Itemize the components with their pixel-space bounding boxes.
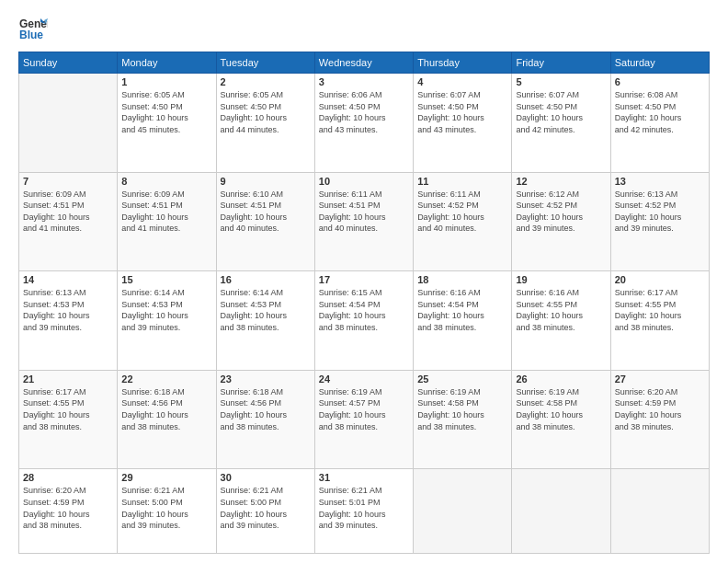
calendar-cell: 30Sunrise: 6:21 AM Sunset: 5:00 PM Dayli… xyxy=(216,469,314,554)
day-info: Sunrise: 6:16 AM Sunset: 4:54 PM Dayligh… xyxy=(417,287,507,333)
day-number: 31 xyxy=(319,472,409,483)
calendar-week-row: 14Sunrise: 6:13 AM Sunset: 4:53 PM Dayli… xyxy=(19,271,710,371)
calendar-cell: 5Sunrise: 6:07 AM Sunset: 4:50 PM Daylig… xyxy=(512,74,610,173)
calendar-cell: 6Sunrise: 6:08 AM Sunset: 4:50 PM Daylig… xyxy=(610,74,709,173)
calendar-cell xyxy=(610,469,709,554)
day-number: 17 xyxy=(319,274,409,285)
day-info: Sunrise: 6:19 AM Sunset: 4:57 PM Dayligh… xyxy=(319,386,409,432)
day-number: 2 xyxy=(221,76,311,87)
day-info: Sunrise: 6:21 AM Sunset: 5:00 PM Dayligh… xyxy=(121,485,211,531)
calendar-cell: 21Sunrise: 6:17 AM Sunset: 4:55 PM Dayli… xyxy=(19,370,118,469)
calendar-cell: 10Sunrise: 6:11 AM Sunset: 4:51 PM Dayli… xyxy=(314,172,413,271)
day-info: Sunrise: 6:09 AM Sunset: 4:51 PM Dayligh… xyxy=(23,189,113,235)
day-number: 27 xyxy=(615,373,705,385)
day-info: Sunrise: 6:17 AM Sunset: 4:55 PM Dayligh… xyxy=(615,287,705,333)
logo: General Blue xyxy=(18,15,51,44)
day-info: Sunrise: 6:16 AM Sunset: 4:55 PM Dayligh… xyxy=(516,287,606,333)
day-number: 14 xyxy=(23,274,113,285)
weekday-header: Saturday xyxy=(610,52,709,74)
header: General Blue xyxy=(18,15,710,44)
calendar-cell: 12Sunrise: 6:12 AM Sunset: 4:52 PM Dayli… xyxy=(512,172,610,271)
logo-icon: General Blue xyxy=(18,15,48,44)
calendar-cell: 17Sunrise: 6:15 AM Sunset: 4:54 PM Dayli… xyxy=(314,271,413,371)
day-info: Sunrise: 6:19 AM Sunset: 4:58 PM Dayligh… xyxy=(417,386,507,432)
day-info: Sunrise: 6:21 AM Sunset: 5:00 PM Dayligh… xyxy=(221,485,311,531)
weekday-header: Friday xyxy=(512,52,610,74)
day-info: Sunrise: 6:17 AM Sunset: 4:55 PM Dayligh… xyxy=(23,386,113,432)
weekday-header: Sunday xyxy=(19,52,118,74)
day-info: Sunrise: 6:19 AM Sunset: 4:58 PM Dayligh… xyxy=(516,386,606,432)
day-info: Sunrise: 6:13 AM Sunset: 4:53 PM Dayligh… xyxy=(23,287,113,333)
day-info: Sunrise: 6:20 AM Sunset: 4:59 PM Dayligh… xyxy=(615,386,705,432)
day-number: 26 xyxy=(516,373,606,385)
day-number: 11 xyxy=(417,176,507,187)
day-info: Sunrise: 6:18 AM Sunset: 4:56 PM Dayligh… xyxy=(121,386,211,432)
day-number: 19 xyxy=(516,274,606,285)
day-info: Sunrise: 6:13 AM Sunset: 4:52 PM Dayligh… xyxy=(615,189,705,235)
calendar-header-row: SundayMondayTuesdayWednesdayThursdayFrid… xyxy=(19,52,710,74)
day-info: Sunrise: 6:20 AM Sunset: 4:59 PM Dayligh… xyxy=(23,485,113,531)
calendar-cell: 4Sunrise: 6:07 AM Sunset: 4:50 PM Daylig… xyxy=(414,74,512,173)
weekday-header: Thursday xyxy=(414,52,512,74)
day-info: Sunrise: 6:14 AM Sunset: 4:53 PM Dayligh… xyxy=(221,287,311,333)
day-number: 3 xyxy=(319,76,409,87)
day-info: Sunrise: 6:05 AM Sunset: 4:50 PM Dayligh… xyxy=(121,89,211,135)
day-number: 12 xyxy=(516,176,606,187)
calendar-cell: 15Sunrise: 6:14 AM Sunset: 4:53 PM Dayli… xyxy=(118,271,216,371)
svg-text:Blue: Blue xyxy=(19,29,43,41)
calendar-cell: 25Sunrise: 6:19 AM Sunset: 4:58 PM Dayli… xyxy=(414,370,512,469)
calendar-cell: 23Sunrise: 6:18 AM Sunset: 4:56 PM Dayli… xyxy=(216,370,314,469)
day-info: Sunrise: 6:10 AM Sunset: 4:51 PM Dayligh… xyxy=(221,189,311,235)
calendar-cell: 27Sunrise: 6:20 AM Sunset: 4:59 PM Dayli… xyxy=(610,370,709,469)
day-info: Sunrise: 6:11 AM Sunset: 4:52 PM Dayligh… xyxy=(417,189,507,235)
calendar-cell: 14Sunrise: 6:13 AM Sunset: 4:53 PM Dayli… xyxy=(19,271,118,371)
calendar-cell: 29Sunrise: 6:21 AM Sunset: 5:00 PM Dayli… xyxy=(118,469,216,554)
calendar-cell xyxy=(19,74,118,173)
weekday-header: Wednesday xyxy=(314,52,413,74)
day-number: 23 xyxy=(221,373,311,385)
day-number: 7 xyxy=(23,176,113,187)
calendar-cell: 3Sunrise: 6:06 AM Sunset: 4:50 PM Daylig… xyxy=(314,74,413,173)
day-number: 13 xyxy=(615,176,705,187)
day-info: Sunrise: 6:06 AM Sunset: 4:50 PM Dayligh… xyxy=(319,89,409,135)
day-info: Sunrise: 6:14 AM Sunset: 4:53 PM Dayligh… xyxy=(121,287,211,333)
day-number: 20 xyxy=(615,274,705,285)
calendar-cell xyxy=(512,469,610,554)
day-number: 5 xyxy=(516,76,606,87)
calendar-week-row: 1Sunrise: 6:05 AM Sunset: 4:50 PM Daylig… xyxy=(19,74,710,173)
calendar-cell: 7Sunrise: 6:09 AM Sunset: 4:51 PM Daylig… xyxy=(19,172,118,271)
calendar-week-row: 7Sunrise: 6:09 AM Sunset: 4:51 PM Daylig… xyxy=(19,172,710,271)
calendar-cell: 20Sunrise: 6:17 AM Sunset: 4:55 PM Dayli… xyxy=(610,271,709,371)
page: General Blue SundayMondayTuesdayWednesda… xyxy=(0,0,728,563)
day-info: Sunrise: 6:18 AM Sunset: 4:56 PM Dayligh… xyxy=(221,386,311,432)
day-info: Sunrise: 6:11 AM Sunset: 4:51 PM Dayligh… xyxy=(319,189,409,235)
calendar-cell xyxy=(414,469,512,554)
day-number: 1 xyxy=(121,76,211,87)
calendar-cell: 16Sunrise: 6:14 AM Sunset: 4:53 PM Dayli… xyxy=(216,271,314,371)
day-number: 18 xyxy=(417,274,507,285)
calendar-cell: 22Sunrise: 6:18 AM Sunset: 4:56 PM Dayli… xyxy=(118,370,216,469)
weekday-header: Tuesday xyxy=(216,52,314,74)
day-number: 16 xyxy=(221,274,311,285)
day-number: 30 xyxy=(221,472,311,483)
day-number: 24 xyxy=(319,373,409,385)
calendar-cell: 26Sunrise: 6:19 AM Sunset: 4:58 PM Dayli… xyxy=(512,370,610,469)
day-number: 8 xyxy=(121,176,211,187)
day-number: 4 xyxy=(417,76,507,87)
day-info: Sunrise: 6:09 AM Sunset: 4:51 PM Dayligh… xyxy=(121,189,211,235)
day-info: Sunrise: 6:12 AM Sunset: 4:52 PM Dayligh… xyxy=(516,189,606,235)
day-number: 9 xyxy=(221,176,311,187)
calendar-cell: 19Sunrise: 6:16 AM Sunset: 4:55 PM Dayli… xyxy=(512,271,610,371)
calendar-cell: 8Sunrise: 6:09 AM Sunset: 4:51 PM Daylig… xyxy=(118,172,216,271)
calendar-cell: 31Sunrise: 6:21 AM Sunset: 5:01 PM Dayli… xyxy=(314,469,413,554)
weekday-header: Monday xyxy=(118,52,216,74)
day-number: 21 xyxy=(23,373,113,385)
day-number: 25 xyxy=(417,373,507,385)
day-info: Sunrise: 6:21 AM Sunset: 5:01 PM Dayligh… xyxy=(319,485,409,531)
day-number: 29 xyxy=(121,472,211,483)
day-info: Sunrise: 6:07 AM Sunset: 4:50 PM Dayligh… xyxy=(516,89,606,135)
calendar-cell: 11Sunrise: 6:11 AM Sunset: 4:52 PM Dayli… xyxy=(414,172,512,271)
day-number: 6 xyxy=(615,76,705,87)
calendar-week-row: 28Sunrise: 6:20 AM Sunset: 4:59 PM Dayli… xyxy=(19,469,710,554)
day-number: 15 xyxy=(121,274,211,285)
